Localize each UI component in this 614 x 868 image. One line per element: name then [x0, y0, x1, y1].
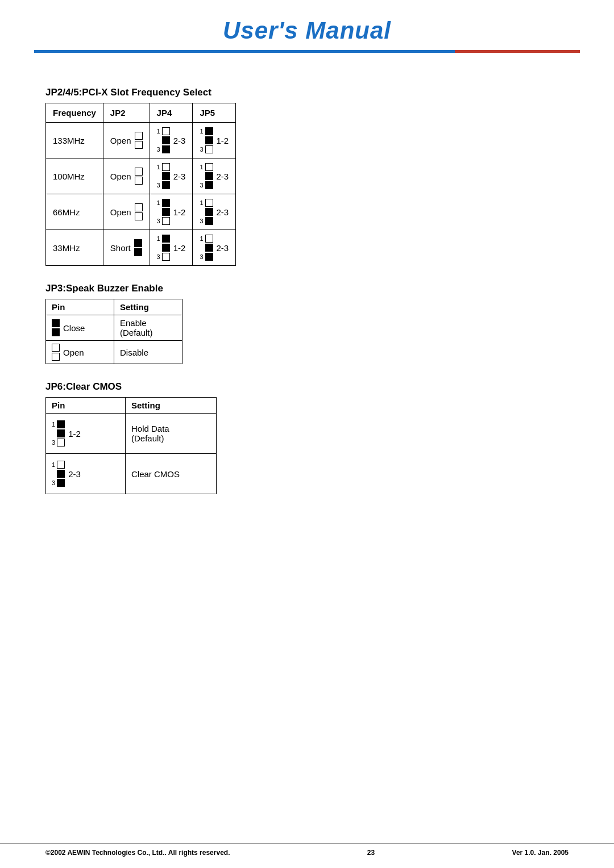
page-footer: ©2002 AEWIN Technologies Co., Ltd.. All … — [0, 844, 614, 857]
footer-left: ©2002 AEWIN Technologies Co., Ltd.. All … — [45, 849, 230, 857]
jp2-label: Open — [110, 136, 131, 145]
jp5-cell: 1 3 2-3 — [193, 158, 236, 194]
col-setting: Setting — [126, 398, 217, 414]
freq-cell: 33MHz — [46, 230, 103, 266]
jp5-diagram: 1 3 — [200, 235, 213, 261]
jp5-label: 1-2 — [217, 136, 229, 145]
jp6-pin-diagram-12: 1 3 — [52, 420, 65, 446]
jp4-diagram: 1 3 — [157, 163, 170, 189]
table-row: 133MHz Open — [46, 123, 236, 158]
setting-text: Disable — [120, 348, 148, 357]
footer-center: 23 — [367, 849, 375, 857]
jp4-cell: 1 3 2-3 — [150, 123, 193, 158]
jp5-label: 2-3 — [217, 243, 229, 253]
jp2-diagram — [135, 203, 143, 220]
setting-cell: Disable — [114, 341, 182, 364]
jp2-diagram — [135, 132, 143, 149]
jp2-label: Short — [110, 243, 131, 253]
jp3-table: Pin Setting Close Enable(Def — [45, 299, 182, 364]
table-row: 33MHz Short 1 — [46, 230, 236, 266]
jp5-cell: 1 3 2-3 — [193, 230, 236, 266]
pin-label-close: Close — [63, 323, 85, 333]
jp2-diagram — [135, 168, 143, 185]
col-frequency: Frequency — [46, 103, 103, 123]
jp6-pin-diagram-23: 1 3 — [52, 461, 65, 487]
setting-cell-holddata: Hold Data(Default) — [126, 414, 217, 454]
jp5-cell: 1 3 2-3 — [193, 194, 236, 230]
col-jp5: JP5 — [193, 103, 236, 123]
jp2-cell: Open — [103, 158, 150, 194]
jp5-label: 2-3 — [217, 207, 229, 217]
jp2-diagram — [134, 239, 142, 256]
col-setting: Setting — [114, 299, 182, 315]
jp5-cell: 1 3 1-2 — [193, 123, 236, 158]
col-pin: Pin — [46, 299, 114, 315]
pin-diagram-closed — [52, 319, 60, 336]
freq-cell: 66MHz — [46, 194, 103, 230]
jp3-section-title: JP3:Speak Buzzer Enable — [45, 283, 569, 294]
table-row: Open Disable — [46, 341, 182, 364]
pin-cell-23: 1 3 2-3 — [46, 454, 126, 494]
pin-cell-open: Open — [46, 341, 114, 364]
jp4-cell: 1 3 2-3 — [150, 158, 193, 194]
jp2-cell: Open — [103, 123, 150, 158]
jp2-cell: Open — [103, 194, 150, 230]
table-row: 66MHz Open 1 — [46, 194, 236, 230]
jp2-label: Open — [110, 207, 131, 217]
table-row: 1 3 2-3 — [46, 454, 217, 494]
jp4-label: 2-3 — [173, 172, 186, 181]
col-jp4: JP4 — [150, 103, 193, 123]
table-row: 100MHz Open 1 — [46, 158, 236, 194]
footer-right: Ver 1.0. Jan. 2005 — [512, 849, 569, 857]
setting-cell-clearcmos: Clear CMOS — [126, 454, 217, 494]
table-row: 1 3 1-2 — [46, 414, 217, 454]
jp4-cell: 1 3 1-2 — [150, 194, 193, 230]
jp6-pin-label-23: 2-3 — [68, 469, 81, 479]
setting-text: Hold Data(Default) — [131, 424, 169, 443]
jp6-table: Pin Setting 1 3 — [45, 397, 217, 494]
jp4-diagram: 1 3 — [157, 127, 170, 153]
page-header: User's Manual — [0, 0, 614, 53]
jp6-pin-label-12: 1-2 — [68, 429, 81, 439]
table-row: Close Enable(Default) — [46, 315, 182, 341]
jp2-label: Open — [110, 172, 131, 181]
pin-diagram-open — [52, 344, 60, 361]
freq-cell: 100MHz — [46, 158, 103, 194]
jp2-cell: Short — [103, 230, 150, 266]
jp5-label: 2-3 — [217, 172, 229, 181]
jp4-cell: 1 3 1-2 — [150, 230, 193, 266]
pin-label-open: Open — [63, 348, 84, 357]
jp245-table: Frequency JP2 JP4 JP5 133MHz Open — [45, 103, 236, 266]
jp4-diagram: 1 3 — [157, 199, 170, 225]
jp4-label: 2-3 — [173, 136, 186, 145]
setting-text: Enable(Default) — [120, 318, 153, 337]
pin-cell-12: 1 3 1-2 — [46, 414, 126, 454]
jp4-label: 1-2 — [173, 243, 186, 253]
jp6-section-title: JP6:Clear CMOS — [45, 381, 569, 393]
setting-cell: Enable(Default) — [114, 315, 182, 341]
jp5-diagram: 1 3 — [200, 199, 213, 225]
col-pin: Pin — [46, 398, 126, 414]
page-title: User's Manual — [0, 17, 614, 44]
pin-cell-closed: Close — [46, 315, 114, 341]
main-content: JP2/4/5:PCI-X Slot Frequency Select Freq… — [0, 53, 614, 534]
freq-cell: 133MHz — [46, 123, 103, 158]
rule-red — [455, 50, 580, 53]
jp245-section-title: JP2/4/5:PCI-X Slot Frequency Select — [45, 87, 569, 98]
header-rule — [34, 50, 580, 53]
jp5-diagram: 1 3 — [200, 163, 213, 189]
jp4-label: 1-2 — [173, 207, 186, 217]
jp4-diagram: 1 3 — [157, 235, 170, 261]
rule-blue — [34, 50, 455, 53]
col-jp2: JP2 — [103, 103, 150, 123]
jp5-diagram: 1 3 — [200, 127, 213, 153]
setting-text: Clear CMOS — [131, 469, 180, 479]
